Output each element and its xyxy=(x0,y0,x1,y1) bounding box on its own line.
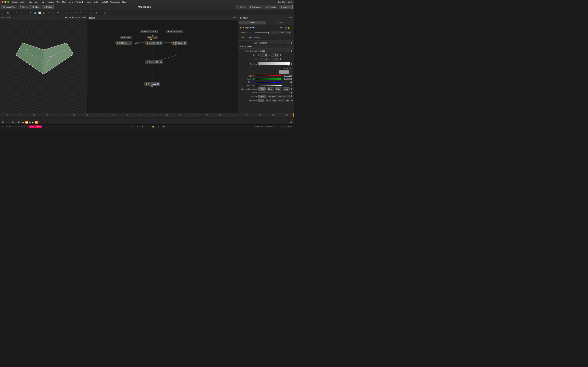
menu-fairlight[interactable]: Fairlight xyxy=(101,1,108,3)
cut-icon[interactable]: ✂ xyxy=(137,125,138,128)
start-keyframe[interactable] xyxy=(279,54,281,56)
audio-icon[interactable]: 🔊 xyxy=(17,121,20,123)
type-dropdown[interactable]: Gradient ▾ xyxy=(258,41,290,44)
subpixel-4x4[interactable]: 4x4 xyxy=(278,99,284,102)
mask-tool[interactable]: ◻ xyxy=(42,11,46,15)
menu-bar[interactable]: File Edit Trim Timeline Clip Mark View P… xyxy=(29,1,278,3)
global-in-out-slider[interactable] xyxy=(255,32,269,33)
repeat-once[interactable]: Once xyxy=(258,95,266,98)
menu-clip[interactable]: Clip xyxy=(56,1,60,3)
output-controls[interactable]: ▾ xyxy=(76,17,77,19)
interp-hsv[interactable]: HSV xyxy=(275,87,282,91)
flow-tool[interactable]: ≋ xyxy=(107,11,112,15)
tab-color[interactable]: Color xyxy=(240,36,244,39)
nodes-canvas[interactable]: Background1 Bender3D1 MediaIn1 Blur1 xyxy=(87,20,238,113)
repeat-keyframe[interactable] xyxy=(290,95,292,97)
select-tool[interactable]: ⬚ xyxy=(1,11,5,15)
check-icon[interactable]: ✓ xyxy=(283,26,284,29)
node-background1[interactable]: Background1 xyxy=(140,30,158,33)
menu-help[interactable]: Help xyxy=(122,1,126,3)
paint-tool[interactable]: ✏ xyxy=(15,11,19,15)
go-to-start-button[interactable]: ⏮ xyxy=(22,121,24,124)
audio-nav-icon[interactable]: ♪ xyxy=(158,125,159,128)
media-pool-button[interactable]: ⊞ Media Pool xyxy=(1,5,17,9)
gradient-stop-right[interactable] xyxy=(288,65,289,66)
gradient-stop-left[interactable] xyxy=(259,65,260,66)
type-keyframe[interactable] xyxy=(291,42,293,44)
eyedropper-tool[interactable]: 💧 xyxy=(33,11,37,15)
record-button[interactable]: ⟳ xyxy=(39,121,41,124)
maximize-button[interactable] xyxy=(7,1,9,3)
in-field[interactable]: 0 xyxy=(270,31,277,34)
menu-file[interactable]: File xyxy=(29,1,32,3)
fusion-icon[interactable]: ⬡ xyxy=(147,125,148,128)
start-x-field[interactable]: 0.0 xyxy=(260,53,268,57)
reset-icon[interactable]: ↺ xyxy=(291,26,292,29)
red-slider[interactable] xyxy=(256,75,282,76)
3d-tool[interactable]: ⊕ xyxy=(89,11,94,15)
tab-settings[interactable]: Settings xyxy=(254,36,261,39)
step-forward-button[interactable]: ⏩ xyxy=(35,121,38,124)
menu-playback[interactable]: Playback xyxy=(75,1,83,3)
view-node-icon[interactable]: ▣ xyxy=(285,26,287,29)
menu-fusion[interactable]: Fusion xyxy=(86,1,92,3)
aspect-icon[interactable]: ⊞ xyxy=(9,17,10,19)
layout-icon[interactable]: ≡ xyxy=(81,17,82,19)
step-back-button[interactable]: ⏪ xyxy=(25,121,28,124)
close-button[interactable] xyxy=(1,1,3,3)
repeat-repeat[interactable]: Repeat xyxy=(267,95,276,98)
menu-workspace[interactable]: Workspace xyxy=(110,1,120,3)
text-tool[interactable]: T xyxy=(10,11,14,15)
gradient-keyframe[interactable] xyxy=(291,63,293,65)
node-control-icons[interactable]: ✓ ▣ 🔒 ↺ xyxy=(283,26,292,29)
menu-view[interactable]: View xyxy=(69,1,73,3)
gradient-bar[interactable] xyxy=(258,62,290,65)
out-field[interactable]: 120 xyxy=(277,31,285,34)
gradient-type-dropdown[interactable]: Linear ▾ xyxy=(258,49,290,52)
node-bender3d1[interactable]: Bender3D1 xyxy=(166,30,182,33)
inspector-button[interactable]: ⊞ Inspector xyxy=(279,5,293,9)
subpixel-1x1[interactable]: 1x1 xyxy=(258,99,264,102)
rect-mask-tool[interactable]: ▭ xyxy=(69,11,73,15)
circle-tool[interactable]: ○ xyxy=(78,11,83,15)
subpixel-keyframe[interactable] xyxy=(291,100,293,101)
tab-image[interactable]: Image xyxy=(246,36,252,39)
node-blur1[interactable]: Blur1 xyxy=(147,36,158,39)
node-imageplane[interactable]: ImagePlane... xyxy=(115,41,132,45)
play-button[interactable]: ▶ xyxy=(32,120,34,124)
deliver-icon[interactable]: 🚀 xyxy=(163,125,165,128)
menu-color[interactable]: Color xyxy=(94,1,98,3)
node-displace3d1[interactable]: Displace3D1 xyxy=(145,41,163,45)
eyedropper-icon[interactable]: ✏ xyxy=(290,71,292,73)
zoom-level[interactable]: 50% xyxy=(1,17,5,19)
edit-icon[interactable]: ✦ xyxy=(142,125,143,128)
crop-tool[interactable]: ⊕ xyxy=(51,11,55,15)
node-mediaout1[interactable]: MediaOut1 xyxy=(144,82,160,86)
gradient-type-keyframe[interactable] xyxy=(291,50,293,52)
interp-keyframe[interactable] xyxy=(290,88,292,90)
keyframes-button[interactable]: ◆ Keyframes xyxy=(248,5,263,9)
repeat-pingpong[interactable]: Ping-Pong xyxy=(277,95,290,98)
media-icon[interactable]: ⊞ xyxy=(132,125,133,128)
start-y-field[interactable]: 0.5 xyxy=(271,53,279,57)
subpixel-2x2[interactable]: 2x2 xyxy=(265,99,270,102)
menu-edit[interactable]: Edit xyxy=(35,1,38,3)
inspector-menu[interactable]: ••• xyxy=(289,17,292,19)
brush-tool[interactable]: ○ xyxy=(24,11,28,15)
alpha-slider[interactable] xyxy=(256,85,282,86)
timeline-ruler[interactable]: 0 5 10 15 20 25 30 35 40 45 50 55 60 65 … xyxy=(0,113,294,117)
nodes-button[interactable]: ⬡ Nodes xyxy=(42,5,54,9)
spline-button[interactable]: 〜 Spline xyxy=(235,5,247,9)
end-y-field[interactable]: 0.5 xyxy=(271,58,279,61)
subpixel-5x5[interactable]: 5x5 xyxy=(285,99,290,102)
timeline-track[interactable] xyxy=(0,117,294,119)
more-icon[interactable]: › xyxy=(276,71,277,73)
stereo-tool[interactable]: ⊞ xyxy=(94,11,98,15)
view-controls[interactable]: ⊞ xyxy=(78,17,80,19)
end-keyframe[interactable] xyxy=(279,58,281,60)
nodes-menu[interactable]: ••• xyxy=(233,17,236,19)
interp-rgb[interactable]: RGB xyxy=(258,87,266,91)
quad-tool[interactable]: ▣ xyxy=(6,11,10,15)
transform-tool[interactable]: ↕ xyxy=(47,11,51,15)
node-renderer3d1[interactable]: Renderer3D1 xyxy=(145,60,163,64)
